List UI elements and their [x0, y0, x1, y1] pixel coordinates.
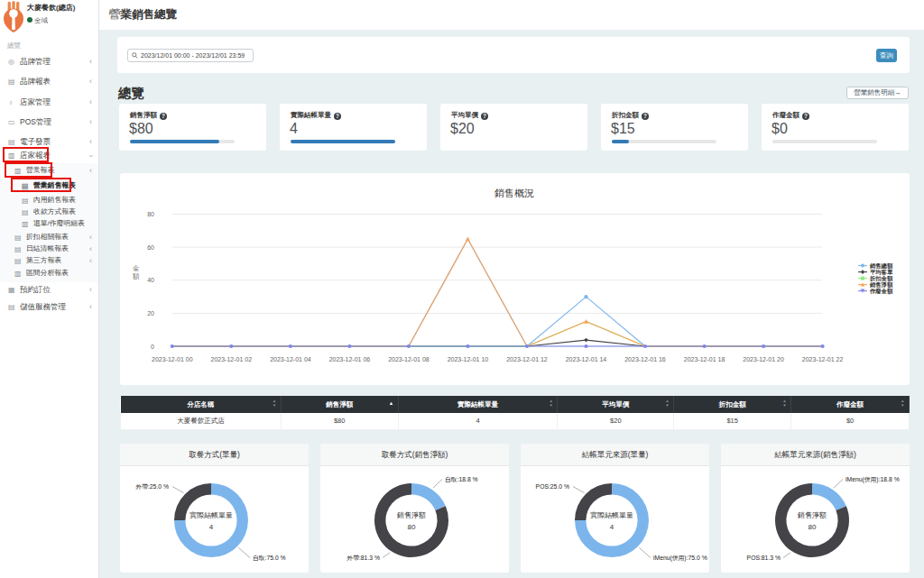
svg-text:實際結帳單量: 實際結帳單量: [590, 511, 633, 519]
svg-text:2023-12-01 22: 2023-12-01 22: [802, 356, 844, 362]
svg-text:4: 4: [209, 523, 214, 531]
svg-text:外帶:25.0 %: 外帶:25.0 %: [135, 483, 169, 490]
svg-text:2023-12-01 02: 2023-12-01 02: [211, 356, 253, 362]
svg-text:80: 80: [808, 523, 817, 531]
svg-text:2023-12-01 10: 2023-12-01 10: [448, 356, 489, 362]
svg-text:自取:18.8 %: 自取:18.8 %: [445, 476, 478, 483]
svg-text:40: 40: [147, 277, 154, 283]
svg-text:iMenu(併用):75.0 %: iMenu(併用):75.0 %: [653, 555, 707, 562]
svg-text:銷售淨額: 銷售淨額: [797, 511, 827, 519]
svg-text:2023-12-01 18: 2023-12-01 18: [684, 356, 725, 362]
svg-text:2023-12-01 08: 2023-12-01 08: [388, 356, 430, 362]
svg-text:POS:81.3 %: POS:81.3 %: [747, 555, 781, 561]
svg-text:金: 金: [133, 264, 140, 272]
svg-text:4: 4: [610, 523, 614, 531]
svg-text:2023-12-01 12: 2023-12-01 12: [506, 356, 548, 362]
svg-text:80: 80: [408, 523, 416, 531]
svg-text:2023-12-01 00: 2023-12-01 00: [152, 356, 193, 362]
svg-text:實際結帳單量: 實際結帳單量: [189, 511, 233, 519]
svg-text:2023-12-01 14: 2023-12-01 14: [566, 356, 607, 362]
svg-text:自取:75.0 %: 自取:75.0 %: [253, 555, 286, 562]
svg-text:80: 80: [147, 211, 154, 217]
svg-text:2023-12-01 06: 2023-12-01 06: [329, 356, 371, 362]
svg-text:0: 0: [151, 344, 154, 350]
svg-text:60: 60: [147, 244, 154, 251]
svg-text:額: 額: [133, 272, 140, 280]
svg-text:銷售概況: 銷售概況: [494, 188, 534, 198]
svg-text:iMenu(併用):18.8 %: iMenu(併用):18.8 %: [845, 476, 900, 483]
svg-text:外帶:81.3 %: 外帶:81.3 %: [346, 555, 380, 561]
svg-text:20: 20: [147, 310, 154, 317]
svg-text:作廢金額: 作廢金額: [869, 288, 893, 295]
svg-text:POS:25.0 %: POS:25.0 %: [536, 483, 569, 490]
svg-text:2023-12-01 04: 2023-12-01 04: [270, 356, 311, 362]
svg-text:2023-12-01 20: 2023-12-01 20: [743, 356, 784, 362]
svg-text:銷售淨額: 銷售淨額: [396, 511, 426, 519]
svg-text:2023-12-01 16: 2023-12-01 16: [624, 356, 666, 362]
